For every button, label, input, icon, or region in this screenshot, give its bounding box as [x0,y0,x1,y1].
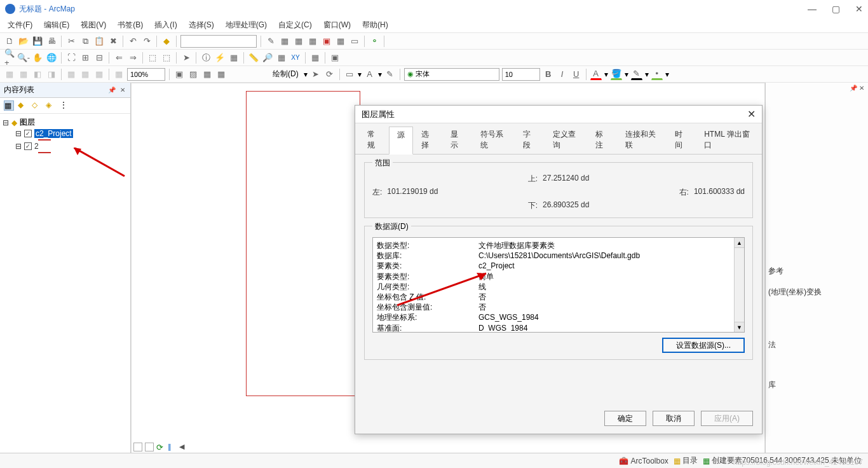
refresh-icon[interactable]: ⟳ [156,443,165,451]
tool-b-icon[interactable]: ▨ [187,69,199,80]
scroll-up-icon[interactable]: ▲ [735,238,744,248]
new-icon[interactable]: 🗋 [4,36,15,47]
tool2-icon[interactable]: ▦ [293,36,304,47]
maximize-button[interactable]: ▢ [832,4,840,14]
tool-icon[interactable]: ▦ [279,36,290,47]
zoomin-icon[interactable]: 🔍+ [4,52,15,64]
copy-icon[interactable]: ⧉ [79,36,91,47]
tab-symbology[interactable]: 符号系统 [472,126,515,154]
pin-close-icon[interactable]: 📌 ✕ [108,86,126,93]
tab-joins[interactable]: 连接和关联 [617,126,667,154]
layer1-checkbox[interactable]: ✓ [24,130,32,137]
open-icon[interactable]: 📂 [18,36,29,47]
dialog-close-icon[interactable]: ✕ [747,108,756,120]
tab-labels[interactable]: 标注 [587,126,617,154]
globe-icon[interactable]: 🌐 [46,52,57,64]
menu-geoprocessing[interactable]: 地理处理(G) [226,20,267,31]
fullextent-icon[interactable]: ⛶ [65,52,77,64]
time-icon[interactable]: ▦ [309,52,321,64]
layer2-checkbox[interactable]: ✓ [24,142,32,150]
xy-icon[interactable]: XY [290,52,301,64]
fixedzoomout-icon[interactable]: ⊟ [93,52,105,64]
zoomout-icon[interactable]: 🔍- [18,52,29,64]
menu-view[interactable]: 视图(V) [81,20,106,31]
tool3-icon[interactable]: ▦ [307,36,318,47]
fixedzoomin-icon[interactable]: ⊞ [79,52,91,64]
tab-selection[interactable]: 选择 [413,126,443,154]
find-icon[interactable]: 🔎 [262,52,273,64]
menu-help[interactable]: 帮助(H) [362,20,388,31]
tab-defquery[interactable]: 定义查询 [545,126,587,154]
menu-customize[interactable]: 自定义(C) [278,20,312,31]
tab-fields[interactable]: 字段 [515,126,545,154]
tab-html[interactable]: HTML 弹出窗口 [696,126,758,154]
findroute-icon[interactable]: ▦ [276,52,287,64]
back-icon[interactable]: ⇐ [113,52,125,64]
right-item-1[interactable]: 参考 [766,261,865,282]
layout-view-icon[interactable] [145,443,154,451]
pause-icon[interactable]: ‖ [168,443,177,451]
close-button[interactable]: ✕ [855,4,863,14]
clear-icon[interactable]: ⬚ [161,52,172,64]
paste-icon[interactable]: 📋 [93,36,105,47]
html-icon[interactable]: ▦ [228,52,240,64]
scale-combo[interactable] [180,35,257,48]
tab-display[interactable]: 显示 [442,126,472,154]
cancel-button[interactable]: 取消 [653,411,695,426]
tool-d-icon[interactable]: ▦ [215,69,227,80]
print-icon[interactable]: 🖶 [46,36,57,47]
select-icon[interactable]: ⬚ [147,52,158,64]
toc-list-icon[interactable]: ▦ [4,100,14,111]
menu-file[interactable]: 文件(F) [8,20,32,31]
window-icon[interactable]: ▭ [349,36,360,47]
arctoolbox-tab[interactable]: 🧰ArcToolbox [619,457,668,465]
save-icon[interactable]: 💾 [32,36,43,47]
tab-source[interactable]: 源 [389,127,413,155]
cut-icon[interactable]: ✂ [65,36,77,47]
catalog-tab[interactable]: ▦目录 [674,455,698,466]
toc-visible-icon[interactable]: ◇ [32,100,42,111]
right-item-4[interactable]: 库 [766,375,865,396]
linecolor-icon[interactable]: ✎ [631,69,642,80]
set-datasource-button[interactable]: 设置数据源(S)... [662,338,745,353]
undo-icon[interactable]: ↶ [127,36,139,47]
search-icon[interactable]: ▦ [335,36,346,47]
right-item-2[interactable]: (地理(坐标)变换 [766,282,865,303]
tool-c-icon[interactable]: ▦ [201,69,213,80]
toc-source-icon[interactable]: ◆ [18,100,28,111]
right-pin-close-icon[interactable]: 📌 ✕ [850,85,864,92]
fontsize-combo[interactable]: 10 [502,68,540,81]
menu-insert[interactable]: 插入(I) [154,20,177,31]
network-icon[interactable]: ⚬ [369,36,380,47]
tab-general[interactable]: 常规 [359,126,389,154]
bold-icon[interactable]: B [543,69,554,80]
pointer-icon[interactable]: ➤ [180,52,192,64]
forward-icon[interactable]: ⇒ [127,52,139,64]
draw-text-icon[interactable]: A [364,69,376,80]
toc-select-icon[interactable]: ◈ [46,100,56,111]
ok-button[interactable]: 确定 [604,411,646,426]
draw-label[interactable]: 绘制(D) [270,69,301,79]
draw-edit-icon[interactable]: ✎ [384,69,396,80]
tree-root[interactable]: ⊟ ◆ 图层 [3,116,128,128]
font-combo[interactable]: ◉ 宋体 [404,68,499,81]
datasource-scrollbar[interactable]: ▲ ▼ [734,238,744,332]
tool-a-icon[interactable]: ▣ [173,69,185,80]
minimize-button[interactable]: — [808,4,817,14]
right-item-3[interactable]: 法 [766,334,865,355]
catalog-icon[interactable]: ▣ [321,36,332,47]
toc-options-icon[interactable]: ⋮ [60,100,70,111]
delete-icon[interactable]: ✖ [107,36,119,47]
draw-rotate-icon[interactable]: ⟳ [324,69,336,80]
measure-icon[interactable]: 📏 [248,52,259,64]
tab-time[interactable]: 时间 [667,126,696,154]
editor-icon[interactable]: ✎ [265,36,276,47]
scroll-down-icon[interactable]: ▼ [735,322,744,332]
identify-icon[interactable]: ⓘ [200,52,212,64]
percent-combo[interactable]: 100% [127,68,165,81]
viewer-icon[interactable]: ▣ [329,52,341,64]
menu-edit[interactable]: 编辑(E) [44,20,69,31]
draw-pointer-icon[interactable]: ➤ [310,69,322,80]
menu-select[interactable]: 选择(S) [189,20,214,31]
create-feature-tab[interactable]: ▦创建要素 [703,455,742,466]
